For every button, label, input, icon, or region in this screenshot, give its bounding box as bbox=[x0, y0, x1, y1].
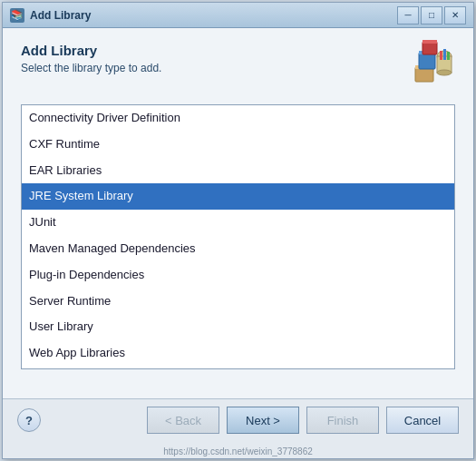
list-item[interactable]: EAR Libraries bbox=[22, 158, 454, 184]
svg-rect-11 bbox=[447, 52, 450, 60]
page-title: Add Library bbox=[21, 43, 408, 58]
window-controls: ─ □ ✕ bbox=[397, 6, 466, 25]
list-item[interactable]: JRE System Library bbox=[22, 183, 454, 210]
maximize-button[interactable]: □ bbox=[421, 6, 442, 25]
back-button[interactable]: < Back bbox=[147, 407, 219, 434]
title-bar: 📚 Add Library ─ □ ✕ bbox=[3, 3, 473, 28]
list-item[interactable]: Plug-in Dependencies bbox=[22, 262, 454, 289]
list-item[interactable]: Server Runtime bbox=[22, 289, 454, 315]
svg-rect-2 bbox=[419, 53, 435, 69]
dialog-window: 📚 Add Library ─ □ ✕ Add Library Select t… bbox=[2, 2, 474, 459]
svg-rect-5 bbox=[423, 40, 437, 44]
minimize-button[interactable]: ─ bbox=[397, 6, 419, 25]
svg-rect-4 bbox=[423, 42, 437, 54]
library-list[interactable]: Connectivity Driver DefinitionCXF Runtim… bbox=[21, 104, 455, 369]
header-section: Add Library Select the library type to a… bbox=[21, 43, 455, 90]
list-item[interactable]: User Library bbox=[22, 314, 454, 340]
list-item[interactable]: Connectivity Driver Definition bbox=[22, 105, 454, 132]
svg-rect-10 bbox=[443, 49, 446, 60]
svg-rect-9 bbox=[440, 51, 442, 60]
next-button[interactable]: Next > bbox=[227, 407, 299, 434]
header-text: Add Library Select the library type to a… bbox=[21, 43, 408, 74]
books-image bbox=[408, 40, 455, 93]
list-item[interactable]: JUnit bbox=[22, 210, 454, 236]
dialog-footer: ? < Back Next > Finish Cancel bbox=[3, 398, 473, 445]
cancel-button[interactable]: Cancel bbox=[386, 407, 459, 434]
window-title: Add Library bbox=[30, 9, 397, 22]
help-button[interactable]: ? bbox=[17, 408, 41, 432]
dialog-content: Add Library Select the library type to a… bbox=[3, 28, 473, 398]
list-item[interactable]: CXF Runtime bbox=[22, 132, 454, 158]
window-icon: 📚 bbox=[10, 8, 24, 23]
list-item[interactable]: Web App Libraries bbox=[22, 340, 454, 367]
watermark-text: https://blog.csdn.net/weixin_3778862 bbox=[3, 445, 473, 458]
finish-button[interactable]: Finish bbox=[306, 407, 379, 434]
footer-buttons: < Back Next > Finish Cancel bbox=[147, 407, 459, 434]
close-button[interactable]: ✕ bbox=[444, 6, 466, 25]
svg-point-8 bbox=[437, 70, 452, 75]
page-subtitle: Select the library type to add. bbox=[21, 62, 408, 74]
list-item[interactable]: Maven Managed Dependencies bbox=[22, 236, 454, 262]
header-icon bbox=[408, 43, 455, 90]
